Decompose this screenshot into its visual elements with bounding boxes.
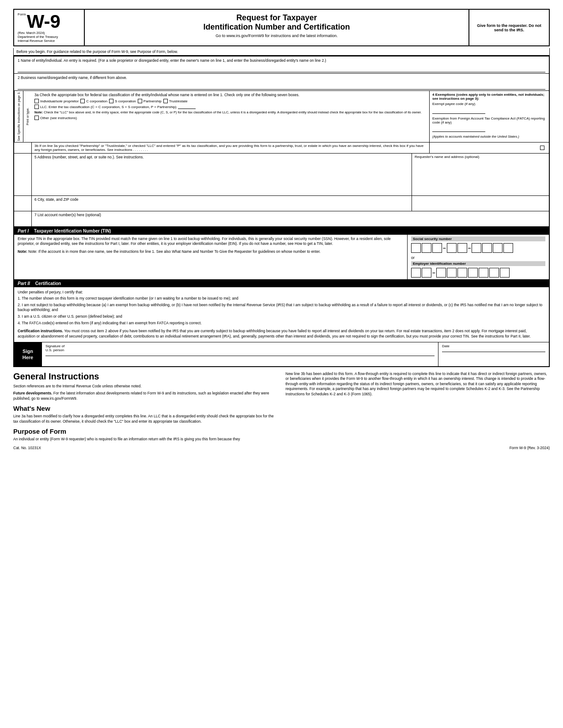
row6-right-spacer — [412, 196, 549, 211]
cb-other-item: Other (see instructions) — [34, 116, 77, 120]
cert-instructions-text: You must cross out item 2 above if you h… — [18, 329, 531, 338]
ssn-group3 — [472, 243, 513, 253]
footer-form-label: Form W-9 (Rev. 3-2024) — [510, 446, 550, 450]
cb-3b[interactable] — [540, 146, 544, 150]
line5-input[interactable] — [34, 159, 409, 169]
ssn-box-8[interactable] — [493, 243, 503, 253]
ssn-box-7[interactable] — [482, 243, 492, 253]
line1-field: 1 Name of entity/individual. An entry is… — [14, 56, 549, 74]
ein-box-1[interactable] — [411, 268, 421, 278]
ein-label: Employer identification number — [411, 261, 545, 266]
line3a-content: 3a Check the appropriate box for federal… — [32, 91, 430, 142]
date-label: Date — [442, 344, 545, 348]
ssn-box-2[interactable] — [422, 243, 431, 253]
form-header: Form W-9 (Rev. March 2024) Department of… — [13, 9, 550, 46]
gi-right-col: New line 3b has been added to this form.… — [286, 372, 550, 442]
cb-trust[interactable] — [163, 99, 168, 103]
ssn-box-1[interactable] — [411, 243, 421, 253]
line3a-label: 3a Check the appropriate box for federal… — [34, 93, 427, 97]
line1-label: 1 Name of entity/individual. An entry is… — [18, 58, 545, 63]
cb-partnership-label: Partnership — [144, 99, 162, 103]
row6: 6 City, state, and ZIP code — [14, 196, 549, 211]
date-area[interactable]: Date — [438, 342, 549, 366]
ein-boxes-row: – — [411, 268, 545, 278]
cb-individual-item: Individual/sole proprietor — [34, 99, 79, 103]
exempt-payee-input[interactable] — [432, 108, 485, 114]
sign-label-line2: Here — [23, 354, 33, 360]
whats-new-title: What's New — [13, 405, 278, 412]
header-left: Form W-9 (Rev. March 2024) Department of… — [14, 10, 85, 45]
ein-box-9[interactable] — [500, 268, 510, 278]
gi-left-col: General Instructions Section references … — [13, 372, 278, 442]
whats-new-text: Line 3a has been modified to clarify how… — [13, 414, 278, 424]
general-instructions-section: General Instructions Section references … — [13, 367, 550, 442]
ein-box-5[interactable] — [457, 268, 467, 278]
line1-input-area[interactable] — [18, 64, 545, 72]
part1-body: Enter your TIN in the appropriate box. T… — [14, 235, 549, 280]
sig-sublabel: U.S. person — [45, 348, 435, 352]
gi-future-dev-label: Future developments. — [13, 391, 52, 395]
requester-input[interactable] — [415, 159, 546, 194]
ssn-box-9[interactable] — [503, 243, 513, 253]
cb-partnership[interactable] — [138, 99, 142, 103]
exempt-payee: Exempt payee code (if any) — [432, 102, 546, 106]
line7-input[interactable] — [34, 217, 546, 225]
date-line[interactable] — [442, 352, 545, 360]
purpose-text: An individual or entity (Form W-9 reques… — [13, 437, 278, 442]
part2-header: Part II Certification — [14, 280, 549, 287]
ssn-box-6[interactable] — [472, 243, 481, 253]
part1-right: Social security number – – — [408, 235, 549, 279]
line6-input[interactable] — [34, 202, 409, 210]
part2-label: Part II — [18, 281, 30, 286]
row3b-checkbox-area — [430, 143, 549, 153]
part1-left: Enter your TIN in the appropriate box. T… — [14, 235, 408, 279]
before-begin: Before you begin. For guidance related t… — [13, 48, 550, 56]
or-text: or — [411, 255, 545, 260]
fatca-label: Exemption from Foreign Account Tax Compl… — [432, 116, 546, 124]
header-right: Give form to the requester. Do not send … — [469, 10, 549, 45]
ein-box-7[interactable] — [479, 268, 488, 278]
cb-other[interactable] — [34, 116, 39, 120]
cb-c-corp-label: C corporation — [86, 99, 107, 103]
ssn-dash-2: – — [468, 245, 471, 251]
row3b-content: 3b If on line 3a you checked "Partnershi… — [32, 143, 430, 153]
dept: Department of the Treasury — [18, 35, 80, 39]
requester-label: Requester's name and address (optional) — [415, 155, 546, 159]
row7: 7 List account number(s) here (optional) — [14, 211, 549, 227]
ssn-box-4[interactable] — [447, 243, 457, 253]
cb-s-corp[interactable] — [109, 99, 113, 103]
row6-spacer — [14, 196, 32, 211]
gi-future-dev: Future developments. For the latest info… — [13, 391, 278, 401]
sig-area[interactable]: Signature of U.S. person — [42, 342, 438, 366]
url-instruction: Go to www.irs.gov/FormW9 for instruction… — [88, 34, 465, 38]
ein-box-4[interactable] — [447, 268, 457, 278]
print-type-text: Print or type. — [26, 108, 29, 125]
part1-body-text: Enter your TIN in the appropriate box. T… — [18, 236, 404, 247]
cb-trust-label: Trust/estate — [169, 99, 188, 103]
part1-title: Taxpayer Identification Number (TIN) — [34, 229, 111, 233]
cb-c-corp[interactable] — [80, 99, 85, 103]
header-center: Request for Taxpayer Identification Numb… — [85, 10, 469, 45]
ein-box-3[interactable] — [436, 268, 446, 278]
part1-note-text: Note: Note: If the account is in more th… — [18, 249, 404, 254]
cb-individual[interactable] — [34, 99, 39, 103]
line4-content: 4 Exemptions (codes apply only to certai… — [430, 91, 549, 142]
ein-box-2[interactable] — [422, 268, 431, 278]
applies-note: (Applies to accounts maintained outside … — [432, 135, 546, 139]
cb-llc[interactable] — [34, 105, 39, 109]
give-form-text: Give form to the requester. Do not send … — [473, 23, 545, 32]
cert-item-1: 1. The number shown on this form is my c… — [18, 296, 545, 301]
sig-line[interactable] — [45, 356, 435, 364]
row56-spacer — [14, 154, 32, 195]
side-label-text: See Specific Instructions on page 3. — [17, 92, 20, 141]
ein-box-6[interactable] — [468, 268, 478, 278]
llc-code-input[interactable] — [178, 105, 196, 109]
part1-header: Part I Taxpayer Identification Number (T… — [14, 227, 549, 235]
ein-box-8[interactable] — [489, 268, 499, 278]
cb-partnership-item: Partnership — [138, 99, 162, 103]
ssn-box-5[interactable] — [457, 243, 467, 253]
ssn-box-3[interactable] — [432, 243, 442, 253]
line2-input-area[interactable] — [18, 81, 545, 90]
fatca-input[interactable] — [432, 126, 485, 132]
cb-llc-label: LLC. Enter the tax classification (C = C… — [40, 105, 177, 109]
